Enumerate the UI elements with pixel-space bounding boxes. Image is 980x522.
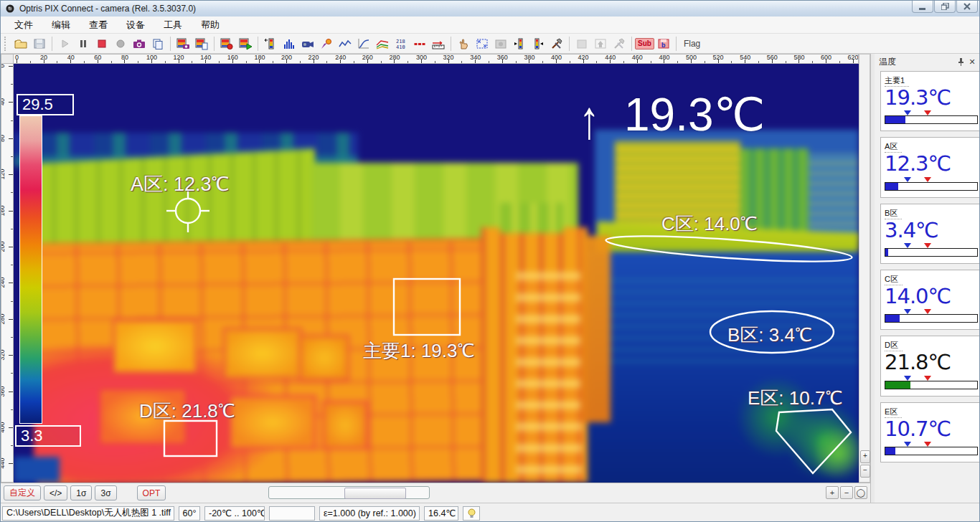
svg-text:410: 410 xyxy=(396,44,405,50)
play-button[interactable] xyxy=(55,35,74,52)
menu-file[interactable]: 文件 xyxy=(5,16,42,34)
subtract-button[interactable]: Sub xyxy=(635,38,654,49)
corner-reset-button[interactable]: ◯ xyxy=(854,486,867,499)
copy-image-button[interactable] xyxy=(192,35,211,52)
application-window: Optris PIX Connect - camera (Rel. 3.5.30… xyxy=(0,0,980,522)
panel-bar[interactable] xyxy=(885,115,978,124)
marker-high-icon[interactable] xyxy=(924,376,931,384)
sigma3-button[interactable]: 3σ xyxy=(95,485,116,500)
menu-edit[interactable]: 编辑 xyxy=(42,16,80,34)
flag-label[interactable]: Flag xyxy=(684,39,700,49)
chart-curve-button[interactable] xyxy=(354,35,373,52)
panel-bar[interactable] xyxy=(885,314,978,323)
capture-stop-button[interactable] xyxy=(217,35,236,52)
snapshot-gray-button[interactable] xyxy=(491,35,510,52)
sigma1-button[interactable]: 1σ xyxy=(70,485,92,500)
capture-play-button[interactable] xyxy=(236,35,255,52)
panel-bar[interactable] xyxy=(885,447,978,455)
marker-high-icon[interactable] xyxy=(924,177,931,186)
palette-max-button[interactable] xyxy=(529,35,547,52)
color-scale xyxy=(19,115,42,424)
scale-ruler-button[interactable] xyxy=(429,35,448,52)
panel-value: 10.7℃ xyxy=(885,418,978,440)
horizontal-scrollbar[interactable] xyxy=(268,486,430,499)
panel-value: 12.3℃ xyxy=(885,153,978,175)
temperature-panel: 主要1 19.3℃ xyxy=(880,71,980,131)
custom-button[interactable]: 自定义 xyxy=(4,485,41,500)
isotherm-button[interactable] xyxy=(410,35,429,52)
close-panel-icon[interactable]: ✕ xyxy=(966,57,978,67)
opt-button[interactable]: OPT xyxy=(137,485,166,500)
scrollbar-thumb[interactable] xyxy=(344,488,406,499)
minimize-button[interactable] xyxy=(912,1,933,13)
vertical-scrollbar[interactable]: + − xyxy=(859,54,870,483)
corner-zoom-in-button[interactable]: + xyxy=(826,486,839,499)
chart-multi-button[interactable] xyxy=(373,35,392,52)
ruler-horizontal: 0204060801001201401601802002202402602803… xyxy=(14,54,859,64)
toolbar-grip xyxy=(4,37,9,51)
pause-button[interactable] xyxy=(74,35,93,52)
save-image-button[interactable] xyxy=(174,35,192,52)
menu-device[interactable]: 设备 xyxy=(117,16,154,34)
chart-line-button[interactable] xyxy=(336,35,354,52)
digits-display-button[interactable]: 218410 xyxy=(392,35,410,52)
marker-low-icon[interactable] xyxy=(904,243,911,252)
menu-view[interactable]: 查看 xyxy=(80,16,117,34)
pin-icon[interactable] xyxy=(955,57,966,67)
svg-text:218: 218 xyxy=(396,39,405,44)
marker-high-icon[interactable] xyxy=(924,309,931,318)
zoom-out-button[interactable]: − xyxy=(860,465,870,478)
video-button[interactable] xyxy=(298,35,317,52)
disabled-ref-button[interactable] xyxy=(573,35,591,52)
menu-bar: 文件 编辑 查看 设备 工具 帮助 xyxy=(1,16,980,34)
marker-low-icon[interactable] xyxy=(904,376,911,384)
panel-bar[interactable] xyxy=(885,381,978,389)
marker-high-icon[interactable] xyxy=(924,110,931,119)
marker-high-icon[interactable] xyxy=(924,442,931,450)
thermal-image[interactable]: 29.5 3.3 ↑19.3℃A区: 12.3℃C区: 14.0℃主要1: 19… xyxy=(14,64,859,483)
menu-tools[interactable]: 工具 xyxy=(154,16,192,34)
temperature-panel: B区 3.4℃ xyxy=(880,204,980,264)
restore-button[interactable] xyxy=(934,1,956,13)
scale-min-label: 3.3 xyxy=(15,425,81,447)
marker-low-icon[interactable] xyxy=(904,442,911,450)
code-button[interactable]: </> xyxy=(44,485,67,500)
snapshot-button[interactable] xyxy=(130,35,149,52)
lamp-indicator[interactable] xyxy=(463,506,480,521)
temperature-panel: A区 12.3℃ xyxy=(880,137,980,197)
record-button[interactable] xyxy=(111,35,130,52)
hand-button[interactable] xyxy=(454,35,473,52)
marker-low-icon[interactable] xyxy=(904,309,911,318)
sidebar-title: 温度 xyxy=(879,56,955,68)
marker-high-icon[interactable] xyxy=(924,243,931,252)
panel-bar[interactable] xyxy=(885,248,978,257)
palette-button[interactable] xyxy=(261,35,280,52)
histogram-button[interactable] xyxy=(280,35,298,52)
subtract-save-button[interactable]: b xyxy=(654,35,673,52)
disabled-tools-button[interactable] xyxy=(610,35,628,52)
menu-help[interactable]: 帮助 xyxy=(192,16,229,34)
palette-min-button[interactable] xyxy=(510,35,529,52)
disabled-export-button[interactable] xyxy=(591,35,610,52)
open-button[interactable] xyxy=(11,35,30,52)
panel-value: 3.4℃ xyxy=(885,219,978,242)
ruler-vertical: 04080120160200240280320360400440 xyxy=(1,64,14,483)
marker-low-icon[interactable] xyxy=(904,110,911,119)
panel-bar[interactable] xyxy=(885,182,978,191)
fullscreen-button[interactable] xyxy=(473,35,491,52)
save-button[interactable] xyxy=(30,35,49,52)
close-button[interactable] xyxy=(956,1,978,13)
status-bar: C:\Users\DELL\Desktop\无人机热图 1 .tiff 60° … xyxy=(1,503,980,522)
panel-value: 19.3℃ xyxy=(885,87,978,109)
scale-max-label: 29.5 xyxy=(17,94,74,115)
hotspot-button[interactable] xyxy=(317,35,336,52)
title-bar: Optris PIX Connect - camera (Rel. 3.5.30… xyxy=(1,1,980,17)
tools-button[interactable] xyxy=(547,35,566,52)
stop-button[interactable] xyxy=(93,35,111,52)
corner-zoom-out-button[interactable]: − xyxy=(840,486,853,499)
marker-low-icon[interactable] xyxy=(904,177,911,186)
zoom-in-button[interactable]: + xyxy=(860,450,870,463)
panel-bar-fill xyxy=(885,183,898,190)
window-title: Optris PIX Connect - camera (Rel. 3.5.30… xyxy=(19,4,196,14)
copy-button[interactable] xyxy=(149,35,167,52)
